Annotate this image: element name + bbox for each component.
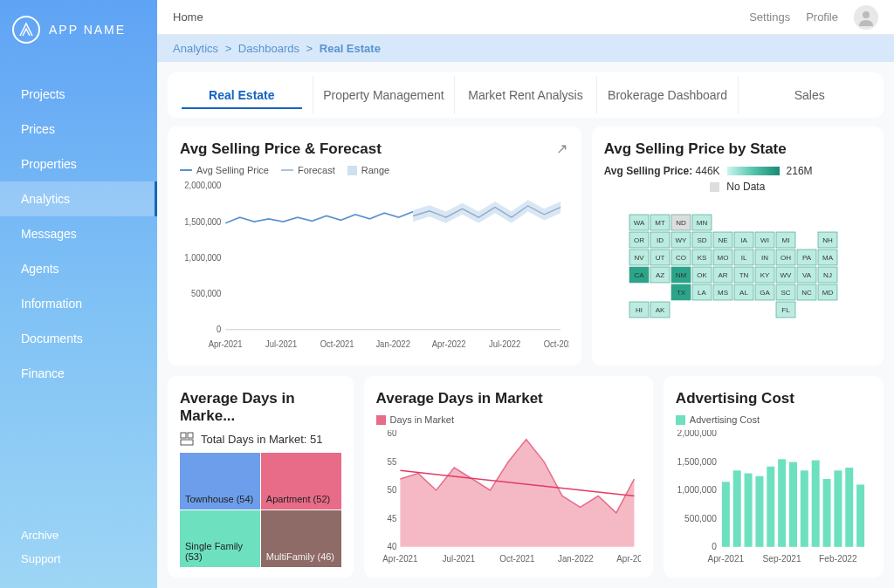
svg-text:OR: OR (634, 236, 644, 244)
svg-text:MA: MA (822, 254, 834, 262)
svg-text:AR: AR (718, 271, 727, 279)
svg-rect-102 (181, 433, 186, 438)
svg-text:Sep-2021: Sep-2021 (762, 554, 801, 564)
panel-cost: Advertising Cost Advertising Cost 0500,0… (664, 376, 884, 578)
svg-text:Jul-2021: Jul-2021 (265, 338, 297, 349)
sidebar-item-properties[interactable]: Properties (0, 147, 157, 181)
svg-text:TX: TX (677, 289, 686, 297)
nav-list: ProjectsPricesPropertiesAnalyticsMessage… (0, 59, 157, 515)
topbar: Home Settings Profile (157, 0, 894, 35)
svg-text:PA: PA (802, 254, 812, 262)
days-chart: 4045505560Apr-2021Jul-2021Oct-2021Jan-20… (376, 430, 641, 567)
svg-text:50: 50 (387, 485, 396, 495)
svg-text:WI: WI (760, 236, 769, 244)
svg-text:LA: LA (698, 289, 706, 297)
treemap-cell[interactable]: Townhouse (54) (180, 453, 260, 509)
svg-text:NM: NM (676, 271, 687, 279)
svg-text:40: 40 (387, 542, 396, 551)
profile-link[interactable]: Profile (806, 10, 838, 24)
panel-treemap: Average Days in Marke... Total Days in M… (168, 376, 354, 578)
svg-text:WY: WY (675, 236, 687, 244)
svg-text:VA: VA (802, 271, 812, 279)
tab-property-management[interactable]: Property Management (313, 76, 456, 114)
tab-market-rent-analysis[interactable]: Market Rent Analysis (455, 76, 597, 114)
svg-text:Oct-2022: Oct-2022 (544, 338, 569, 349)
sidebar-footer-support[interactable]: Support (21, 547, 136, 571)
main: Home Settings Profile Analytics > Dashbo… (157, 0, 894, 588)
home-link[interactable]: Home (173, 10, 203, 24)
panel-title: Avg Selling Price & Forecast (180, 140, 569, 158)
svg-text:55: 55 (387, 457, 396, 467)
svg-rect-124 (755, 476, 763, 547)
svg-text:Jul-2021: Jul-2021 (442, 553, 475, 563)
avatar[interactable] (854, 5, 878, 30)
tab-sales[interactable]: Sales (739, 76, 880, 114)
sidebar-footer-archive[interactable]: Archive (21, 523, 136, 547)
svg-text:NE: NE (718, 236, 727, 244)
sidebar-item-projects[interactable]: Projects (0, 77, 157, 112)
svg-text:Jul-2022: Jul-2022 (489, 338, 520, 349)
svg-text:KS: KS (697, 254, 706, 262)
breadcrumb: Analytics > Dashboards > Real Estate (157, 35, 894, 62)
svg-rect-126 (778, 460, 786, 547)
svg-text:0: 0 (217, 323, 221, 334)
expand-icon[interactable]: ↗ (556, 140, 567, 157)
treemap[interactable]: Townhouse (54)Apartment (52)Single Famil… (180, 453, 341, 567)
sidebar-item-documents[interactable]: Documents (0, 321, 157, 356)
svg-rect-103 (188, 433, 193, 438)
svg-text:Jan-2022: Jan-2022 (558, 553, 594, 563)
panel-title: Avg Selling Price by State (604, 140, 871, 158)
svg-text:Apr-2021: Apr-2021 (707, 554, 744, 564)
treemap-cell[interactable]: MultiFamily (46) (261, 510, 341, 567)
breadcrumb-item[interactable]: Dashboards (238, 42, 299, 55)
panel-map: Avg Selling Price by State Avg Selling P… (592, 126, 884, 366)
svg-text:CA: CA (634, 271, 644, 279)
svg-text:NV: NV (634, 254, 644, 262)
svg-text:AK: AK (655, 306, 664, 314)
sidebar-item-agents[interactable]: Agents (0, 251, 157, 286)
breadcrumb-item[interactable]: Real Estate (320, 42, 381, 55)
svg-rect-133 (856, 485, 864, 547)
tab-real-estate[interactable]: Real Estate (171, 76, 313, 114)
sidebar-item-information[interactable]: Information (0, 286, 157, 321)
svg-text:MI: MI (781, 236, 789, 244)
svg-text:Apr-2021: Apr-2021 (209, 338, 243, 349)
settings-link[interactable]: Settings (749, 10, 790, 24)
svg-rect-122 (733, 470, 741, 547)
sidebar-item-finance[interactable]: Finance (0, 356, 157, 391)
panel-days: Average Days in Market Days in Market 40… (364, 376, 653, 578)
sidebar-item-messages[interactable]: Messages (0, 216, 157, 251)
treemap-cell[interactable]: Single Family (53) (180, 510, 260, 567)
treemap-cell[interactable]: Apartment (52) (261, 453, 341, 509)
svg-text:2,000,000: 2,000,000 (184, 181, 221, 191)
nodata-swatch (710, 182, 719, 192)
svg-text:HI: HI (636, 306, 643, 314)
svg-text:UT: UT (655, 254, 664, 262)
us-map[interactable]: WAMTNDMNORIDWYSDNEIAWIMINHNVUTCOKSMOILIN… (604, 196, 871, 355)
svg-text:NH: NH (822, 236, 833, 244)
svg-text:IN: IN (761, 254, 768, 262)
panel-title: Average Days in Market (376, 390, 641, 407)
svg-text:Oct-2021: Oct-2021 (320, 338, 354, 349)
svg-text:OK: OK (697, 271, 707, 279)
svg-text:GA: GA (760, 289, 770, 297)
sidebar: APP NAME ProjectsPricesPropertiesAnalyti… (0, 0, 157, 588)
sidebar-item-analytics[interactable]: Analytics (0, 181, 157, 216)
cost-chart: 0500,0001,000,0001,500,0002,000,000Apr-2… (676, 430, 871, 567)
svg-rect-130 (822, 479, 830, 547)
svg-text:Apr-2022: Apr-2022 (432, 338, 466, 349)
nav-footer: ArchiveSupport (0, 515, 157, 588)
svg-text:WA: WA (634, 219, 645, 227)
svg-text:KY: KY (760, 271, 769, 279)
svg-text:Jan-2022: Jan-2022 (375, 338, 410, 349)
breadcrumb-item[interactable]: Analytics (173, 42, 218, 55)
tab-brokerage-dashboard[interactable]: Brokerage Dashboard (597, 76, 739, 114)
svg-text:NC: NC (801, 289, 812, 297)
svg-text:SC: SC (781, 289, 790, 297)
svg-rect-132 (845, 468, 853, 547)
map-legend: Avg Selling Price: 446K 216M (604, 165, 871, 177)
svg-text:TN: TN (739, 271, 748, 279)
sidebar-item-prices[interactable]: Prices (0, 112, 157, 147)
svg-text:MN: MN (697, 219, 708, 227)
svg-text:1,500,000: 1,500,000 (677, 457, 717, 467)
